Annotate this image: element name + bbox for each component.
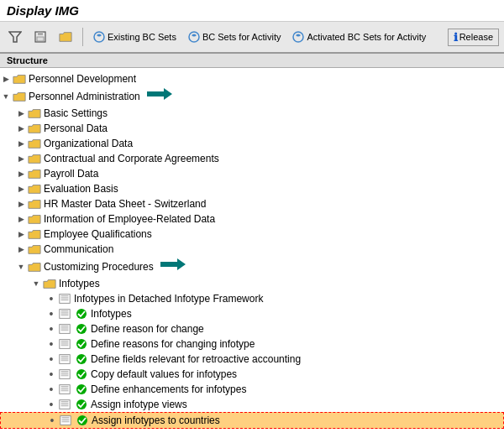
green-status-icon (74, 337, 89, 351)
tree-item[interactable]: ▶Evaluation Basis (0, 181, 504, 196)
green-status-icon (74, 307, 89, 321)
tree-item-label: Evaluation Basis (44, 183, 118, 195)
tree-item[interactable]: •Infotypes (0, 306, 504, 321)
expand-icon[interactable]: ▶ (15, 228, 27, 240)
expand-icon[interactable]: ▶ (15, 183, 27, 195)
collapse-icon[interactable]: ▼ (30, 278, 42, 289)
item-icon (57, 307, 72, 321)
tree-item[interactable]: •Infotypes in Detached Infotype Framewor… (0, 291, 504, 306)
bc-sets-activity-label: BC Sets for Activity (202, 32, 281, 42)
folder-icon (27, 197, 42, 211)
arrow-indicator (160, 258, 186, 275)
toolbar-separator-1 (82, 28, 83, 46)
tree-item[interactable]: ▶Payroll Data (0, 166, 504, 181)
tree-item[interactable]: •Define reasons for changing infotype (0, 336, 504, 352)
tree-item[interactable]: ▶Personnel Development (0, 71, 504, 86)
bullet-icon[interactable]: • (45, 399, 57, 410)
tree-item[interactable]: •Define reason for change (0, 321, 504, 336)
activated-bc-sets-button[interactable]: Activated BC Sets for Activity (289, 29, 429, 44)
expand-icon[interactable]: ▶ (0, 73, 12, 85)
tree-item[interactable]: •BAdI: Set Up Entry Help for Subtypes (0, 429, 504, 430)
tree-item-label: Payroll Data (44, 168, 98, 180)
collapse-icon[interactable]: ▼ (15, 261, 27, 273)
green-status-icon (74, 398, 89, 411)
svg-point-31 (76, 339, 87, 349)
folder-icon (27, 122, 42, 135)
bullet-icon[interactable]: • (45, 308, 57, 320)
tree-item[interactable]: ▶Basic Settings (0, 106, 504, 121)
save-button[interactable] (30, 29, 50, 44)
expand-icon[interactable]: ▶ (15, 153, 27, 164)
tree-item[interactable]: ▶HR Master Data Sheet - Switzerland (0, 196, 504, 211)
tree-item[interactable]: ▼Customizing Procedures (0, 257, 504, 276)
tree-item[interactable]: ▶Personal Data (0, 121, 504, 136)
save-icon (34, 31, 47, 43)
expand-icon[interactable]: ▶ (15, 138, 27, 149)
release-label: Release (459, 32, 493, 42)
bullet-icon[interactable]: • (45, 353, 57, 365)
folder-icon (27, 167, 42, 180)
item-icon (57, 352, 72, 366)
tree-item-label: Customizing Procedures (44, 261, 154, 273)
release-button[interactable]: ℹ Release (448, 29, 499, 46)
tree-item[interactable]: •Assign infotype views (0, 397, 504, 412)
folder-button[interactable] (55, 29, 76, 44)
filter-button[interactable] (5, 29, 25, 44)
bullet-icon[interactable]: • (45, 323, 57, 335)
tree-item-label: Contractual and Corporate Agreements (44, 153, 219, 164)
toolbar: Existing BC Sets BC Sets for Activity Ac… (0, 22, 504, 54)
green-status-icon (74, 322, 89, 336)
bullet-icon[interactable]: • (45, 383, 57, 395)
tree-item-label: Define reason for change (91, 323, 204, 335)
svg-rect-2 (38, 32, 43, 35)
tree-item[interactable]: •Copy default values for infotypes (0, 367, 504, 382)
existing-bc-sets-button[interactable]: Existing BC Sets (90, 29, 180, 44)
tree-item[interactable]: •Assign infotypes to countries (0, 412, 504, 429)
green-status-icon (75, 414, 90, 427)
tree-item-label: Personnel Administration (29, 91, 140, 102)
expand-icon[interactable]: ▶ (15, 123, 27, 134)
window-title: Display IMG (7, 3, 79, 18)
folder-icon (27, 152, 42, 165)
tree-item-label: Assign infotypes to countries (92, 415, 220, 426)
collapse-icon[interactable]: ▼ (0, 91, 12, 102)
tree-item[interactable]: •Define enhancements for infotypes (0, 382, 504, 397)
bullet-icon[interactable]: • (45, 368, 57, 380)
green-status-icon (74, 430, 89, 430)
tree-item[interactable]: ▼Personnel Administration (0, 86, 504, 106)
bullet-icon[interactable]: • (45, 293, 57, 305)
svg-point-19 (76, 309, 87, 319)
tree-item-label: Information of Employee-Related Data (44, 213, 215, 225)
expand-icon[interactable]: ▶ (15, 213, 27, 225)
svg-point-6 (293, 32, 303, 42)
tree-item-label: Assign infotype views (91, 399, 187, 410)
activated-bc-sets-label: Activated BC Sets for Activity (307, 32, 426, 42)
tree-item[interactable]: ▼Infotypes (0, 276, 504, 291)
tree-item-label: Employee Qualifications (44, 228, 152, 240)
tree-item[interactable]: •Define fields relevant for retroactive … (0, 352, 504, 367)
tree-item[interactable]: ▶Communication (0, 242, 504, 257)
tree-item[interactable]: ▶Contractual and Corporate Agreements (0, 151, 504, 166)
tree-item[interactable]: ▶Organizational Data (0, 136, 504, 151)
svg-point-25 (76, 324, 87, 334)
tree-item-label: Infotypes (59, 278, 100, 289)
item-icon (57, 368, 72, 381)
expand-icon[interactable]: ▶ (15, 243, 27, 255)
svg-marker-7 (147, 88, 172, 100)
item-icon (58, 414, 73, 427)
expand-icon[interactable]: ▶ (15, 168, 27, 180)
bullet-icon[interactable]: • (45, 338, 57, 350)
tree-item-label: Basic Settings (44, 107, 108, 119)
item-icon (57, 430, 72, 430)
info-icon: ℹ (454, 31, 458, 44)
folder-icon (27, 260, 42, 274)
expand-icon[interactable]: ▶ (15, 107, 27, 119)
svg-point-61 (77, 415, 87, 425)
tree-item-label: Organizational Data (44, 138, 133, 149)
expand-icon[interactable]: ▶ (15, 198, 27, 210)
tree-item[interactable]: ▶Information of Employee-Related Data (0, 211, 504, 227)
folder-icon (12, 72, 27, 86)
tree-item[interactable]: ▶Employee Qualifications (0, 227, 504, 242)
bullet-icon[interactable]: • (46, 415, 58, 426)
bc-sets-activity-button[interactable]: BC Sets for Activity (185, 29, 285, 44)
